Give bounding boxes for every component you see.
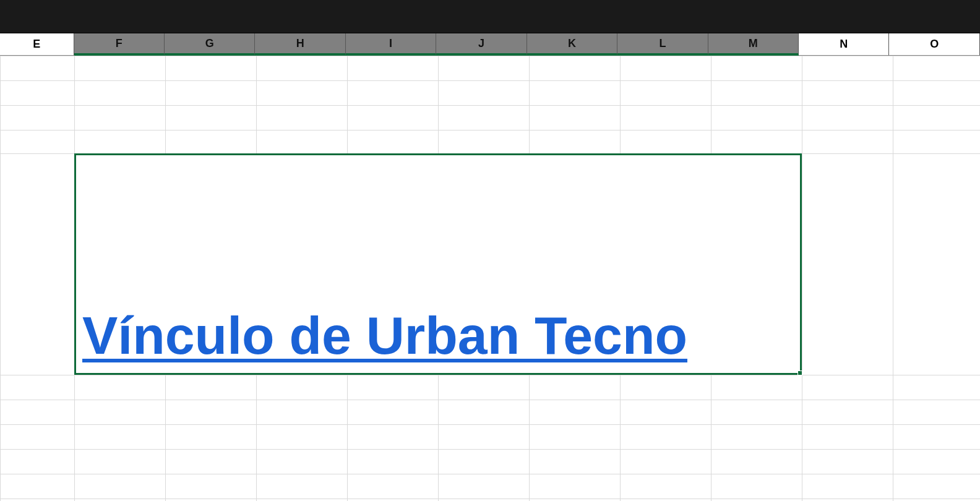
- gridline-h: [0, 424, 980, 425]
- gridline-h: [0, 130, 980, 131]
- column-header-L[interactable]: L: [617, 33, 708, 56]
- gridline-h: [0, 499, 980, 499]
- spreadsheet-grid[interactable]: Vínculo de Urban Tecno: [0, 56, 980, 501]
- column-header-O[interactable]: O: [889, 33, 979, 56]
- column-header-G[interactable]: G: [165, 33, 255, 56]
- gridline-h: [0, 56, 980, 56]
- column-headers: E F G H I J K L M N O: [0, 33, 980, 56]
- hyperlink-cell-text[interactable]: Vínculo de Urban Tecno: [82, 307, 687, 363]
- column-header-K[interactable]: K: [527, 33, 617, 56]
- gridline-v: [893, 56, 893, 501]
- selected-merged-cell[interactable]: Vínculo de Urban Tecno: [74, 153, 802, 375]
- gridline-h: [0, 474, 980, 474]
- gridline-v: [802, 56, 802, 501]
- column-header-I[interactable]: I: [346, 33, 436, 56]
- gridline-h: [0, 449, 980, 450]
- ribbon-bar: [0, 0, 980, 33]
- gridline-v: [0, 56, 1, 501]
- column-header-E[interactable]: E: [0, 33, 74, 56]
- gridline-h: [0, 375, 980, 375]
- column-header-F[interactable]: F: [74, 33, 165, 56]
- column-header-N[interactable]: N: [799, 33, 889, 56]
- gridline-h: [0, 80, 980, 81]
- gridline-h: [0, 105, 980, 106]
- fill-handle[interactable]: [797, 370, 802, 375]
- gridline-h: [0, 400, 980, 400]
- column-header-H[interactable]: H: [255, 33, 345, 56]
- column-header-M[interactable]: M: [708, 33, 799, 56]
- column-header-J[interactable]: J: [436, 33, 527, 56]
